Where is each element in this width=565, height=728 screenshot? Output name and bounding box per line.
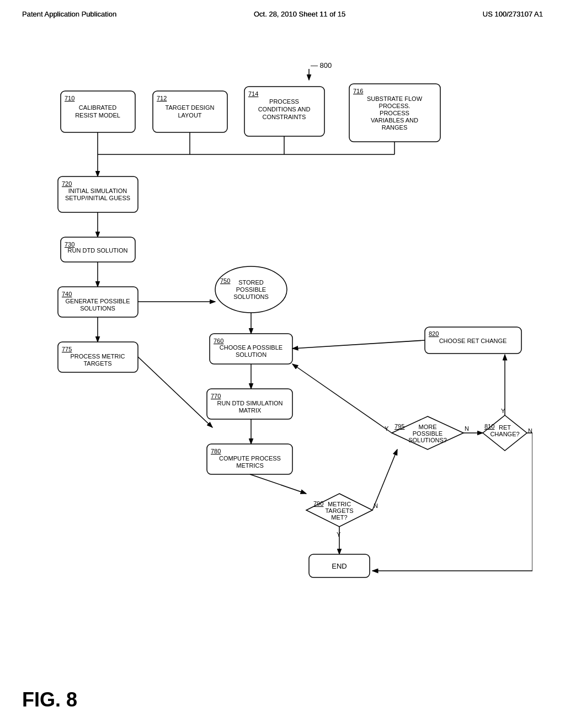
label-714: 714 (248, 90, 258, 97)
text-730: RUN DTD SOLUTION (68, 247, 128, 254)
label-y-790: Y (337, 531, 341, 538)
label-716: 716 (353, 88, 363, 94)
label-750: 750 (220, 277, 230, 284)
text-790c: MET? (331, 514, 347, 521)
arrow-775-780 (138, 357, 212, 427)
text-end: END (332, 562, 347, 570)
text-714b: CONDITIONS AND (258, 106, 311, 113)
text-775a: PROCESS METRIC (70, 353, 125, 360)
text-750a: STORED (238, 279, 264, 286)
header-middle: Oct. 28, 2010 Sheet 11 of 15 (254, 10, 345, 18)
label-740: 740 (62, 291, 72, 297)
text-720a: INITIAL SIMULATION (68, 188, 127, 194)
text-714c: CONSTRAINTS (263, 114, 306, 120)
text-775b: TARGETS (83, 360, 111, 367)
label-760: 760 (214, 338, 223, 344)
text-790a: METRIC (328, 501, 351, 507)
text-720b: SETUP/INITIAL GUESS (65, 195, 130, 201)
figure-label: FIG. 8 (22, 688, 77, 711)
ref-800: — 800 (311, 61, 332, 69)
text-760b: SOLUTION (236, 351, 266, 358)
label-n-795: N (465, 425, 469, 432)
label-770: 770 (211, 393, 221, 399)
text-710a: CALIBRATED (79, 104, 116, 111)
text-750c: SOLUTIONS (233, 293, 269, 300)
text-716b: PROCESS. (379, 103, 411, 109)
arrow-780-790 (250, 474, 306, 494)
main-flowchart: — 800 710 CALIBRATED RESIST MODEL 712 TA… (30, 52, 532, 604)
text-716d: VARIABLES AND (371, 117, 418, 124)
label-795: 795 (395, 423, 404, 430)
label-775: 775 (62, 346, 72, 352)
label-820: 820 (429, 330, 439, 337)
text-790b: TARGETS (325, 507, 353, 514)
arrow-795-760 (292, 364, 392, 433)
header-left: Patent Application Publication (22, 10, 116, 18)
text-810a: RET (499, 424, 511, 431)
arrow-820-760 (292, 340, 425, 349)
text-740b: SOLUTIONS (80, 305, 115, 312)
label-712: 712 (157, 95, 167, 101)
label-780: 780 (211, 448, 221, 454)
text-714a: PROCESS (269, 98, 299, 105)
text-712b: LAYOUT (178, 112, 201, 119)
header-right: US 100/273107 A1 (483, 10, 543, 18)
arrow-810-end (372, 433, 532, 571)
text-780a: COMPUTE PROCESS (219, 455, 281, 462)
text-820: CHOOSE RET CHANGE (439, 338, 507, 344)
text-750b: POSSIBLE (236, 286, 266, 293)
text-740a: GENERATE POSSIBLE (65, 298, 130, 304)
text-770b: MATRIX (239, 407, 262, 414)
text-780b: METRICS (236, 462, 264, 469)
text-795c: SOLUTIONS? (408, 437, 447, 443)
text-770a: RUN DTD SIMULATION (217, 400, 283, 406)
page-header: Patent Application Publication Oct. 28, … (0, 10, 565, 18)
text-716e: RANGES (382, 124, 407, 131)
label-720: 720 (62, 180, 72, 187)
text-716a: SUBSTRATE FLOW (367, 95, 423, 102)
text-710b: RESIST MODEL (75, 112, 120, 119)
label-810: 810 (484, 423, 494, 430)
text-760a: CHOOSE A POSSIBLE (220, 344, 282, 351)
text-712a: TARGET DESIGN (166, 104, 215, 111)
text-795a: MORE (419, 424, 437, 430)
arrow-790-795 (372, 449, 397, 510)
label-710: 710 (65, 95, 74, 101)
text-795b: POSSIBLE (413, 430, 443, 437)
text-716c: PROCESS (380, 110, 409, 116)
text-810b: CHANGE? (490, 431, 519, 437)
label-790: 790 (313, 500, 323, 507)
